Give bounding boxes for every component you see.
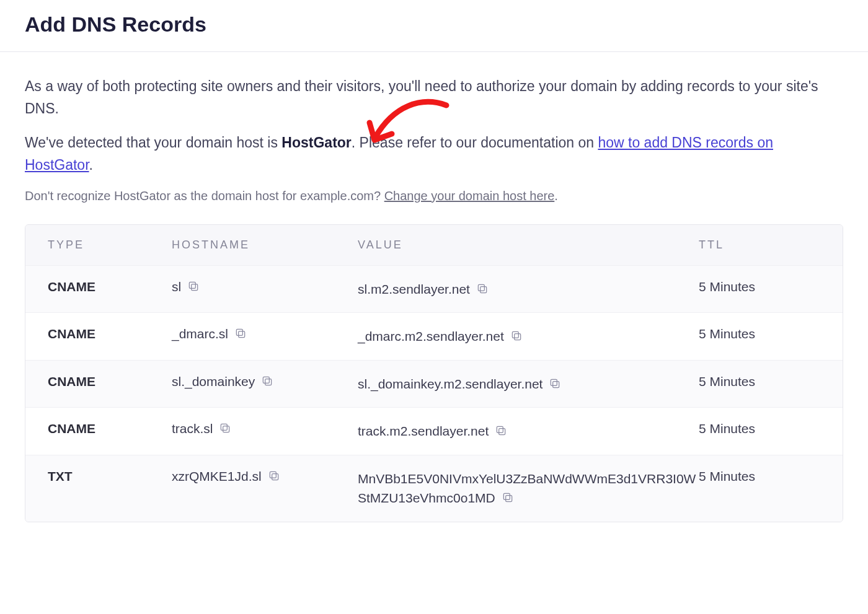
svg-rect-1 — [189, 282, 195, 288]
svg-rect-6 — [514, 334, 520, 340]
value-text: sl.m2.sendlayer.net — [358, 282, 474, 296]
svg-rect-15 — [497, 426, 503, 432]
col-header-hostname: HOSTNAME — [172, 239, 358, 252]
svg-rect-4 — [239, 331, 245, 338]
hostname-text: _dmarc.sl — [172, 327, 232, 341]
cell-ttl: 5 Minutes — [699, 421, 820, 436]
svg-rect-3 — [478, 284, 484, 291]
copy-icon[interactable] — [268, 470, 280, 482]
divider — [0, 51, 868, 52]
cell-type: CNAME — [48, 327, 172, 341]
copy-icon[interactable] — [187, 280, 200, 292]
page-title: Add DNS Records — [25, 12, 843, 37]
col-header-type: TYPE — [48, 239, 172, 252]
change-host-link[interactable]: Change your domain host here — [384, 189, 555, 203]
col-header-value: VALUE — [358, 239, 699, 252]
intro2-post: . Please refer to our documentation on — [352, 134, 598, 151]
svg-rect-5 — [236, 329, 242, 335]
table-row: CNAMEsl._domainkey sl._domainkey.m2.send… — [25, 361, 843, 408]
svg-rect-11 — [551, 379, 557, 385]
copy-icon[interactable] — [261, 375, 273, 387]
table-row: CNAME_dmarc.sl _dmarc.m2.sendlayer.net 5… — [25, 313, 843, 361]
subnote-pre: Don't recognize HostGator as the domain … — [25, 189, 384, 203]
cell-value: _dmarc.m2.sendlayer.net — [358, 327, 699, 346]
svg-rect-12 — [223, 426, 229, 432]
svg-rect-7 — [512, 331, 518, 338]
copy-icon[interactable] — [476, 281, 489, 293]
cell-type: CNAME — [48, 374, 172, 389]
intro-text-1: As a way of both protecting site owners … — [25, 76, 843, 120]
hostname-text: sl — [172, 279, 185, 294]
cell-hostname: sl — [172, 279, 358, 294]
dns-records-table: TYPE HOSTNAME VALUE TTL CNAMEsl sl.m2.se… — [25, 224, 843, 522]
cell-value: MnVBb1E5V0NIVmxYelU3ZzBaNWdWWmE3d1VRR3I0… — [358, 469, 699, 508]
copy-icon[interactable] — [495, 423, 507, 435]
copy-icon[interactable] — [510, 328, 523, 340]
hostname-text: track.sl — [172, 421, 216, 436]
cell-value: sl._domainkey.m2.sendlayer.net — [358, 374, 699, 394]
svg-rect-0 — [192, 284, 198, 290]
cell-hostname: track.sl — [172, 421, 358, 436]
svg-rect-2 — [480, 286, 486, 292]
svg-rect-17 — [270, 471, 276, 478]
svg-rect-9 — [263, 377, 269, 383]
cell-ttl: 5 Minutes — [699, 374, 820, 389]
cell-hostname: sl._domainkey — [172, 374, 358, 389]
table-row: TXTxzrQMKE1Jd.sl MnVBb1E5V0NIVmxYelU3ZzB… — [25, 455, 843, 522]
value-text: sl._domainkey.m2.sendlayer.net — [358, 377, 546, 391]
svg-rect-10 — [553, 381, 559, 387]
cell-ttl: 5 Minutes — [699, 279, 820, 294]
svg-rect-16 — [272, 473, 278, 480]
copy-icon[interactable] — [219, 422, 231, 434]
cell-type: CNAME — [48, 421, 172, 436]
cell-type: TXT — [48, 469, 172, 484]
value-text: track.m2.sendlayer.net — [358, 424, 492, 438]
svg-rect-19 — [503, 493, 510, 499]
table-row: CNAMEsl sl.m2.sendlayer.net 5 Minutes — [25, 266, 843, 314]
cell-value: track.m2.sendlayer.net — [358, 421, 699, 441]
detected-host-name: HostGator — [281, 134, 351, 151]
value-text: MnVBb1E5V0NIVmxYelU3ZzBaNWdWWmE3d1VRR3I0… — [358, 471, 696, 506]
copy-icon[interactable] — [502, 489, 514, 502]
cell-value: sl.m2.sendlayer.net — [358, 279, 699, 299]
cell-ttl: 5 Minutes — [699, 469, 820, 484]
hostname-text: xzrQMKE1Jd.sl — [172, 469, 265, 483]
value-text: _dmarc.m2.sendlayer.net — [358, 329, 508, 343]
cell-ttl: 5 Minutes — [699, 327, 820, 341]
svg-rect-18 — [505, 496, 512, 502]
svg-rect-8 — [265, 379, 272, 385]
subnote: Don't recognize HostGator as the domain … — [25, 189, 843, 203]
cell-hostname: _dmarc.sl — [172, 327, 358, 341]
intro-text-2: We've detected that your domain host is … — [25, 132, 843, 176]
table-header-row: TYPE HOSTNAME VALUE TTL — [25, 225, 843, 266]
cell-type: CNAME — [48, 279, 172, 294]
cell-hostname: xzrQMKE1Jd.sl — [172, 469, 358, 484]
intro2-pre: We've detected that your domain host is — [25, 134, 281, 151]
hostname-text: sl._domainkey — [172, 374, 259, 388]
col-header-ttl: TTL — [699, 239, 820, 252]
svg-rect-13 — [221, 424, 228, 430]
svg-rect-14 — [499, 429, 505, 435]
copy-icon[interactable] — [549, 375, 561, 388]
table-row: CNAMEtrack.sl track.m2.sendlayer.net 5 M… — [25, 408, 843, 455]
copy-icon[interactable] — [234, 327, 247, 340]
